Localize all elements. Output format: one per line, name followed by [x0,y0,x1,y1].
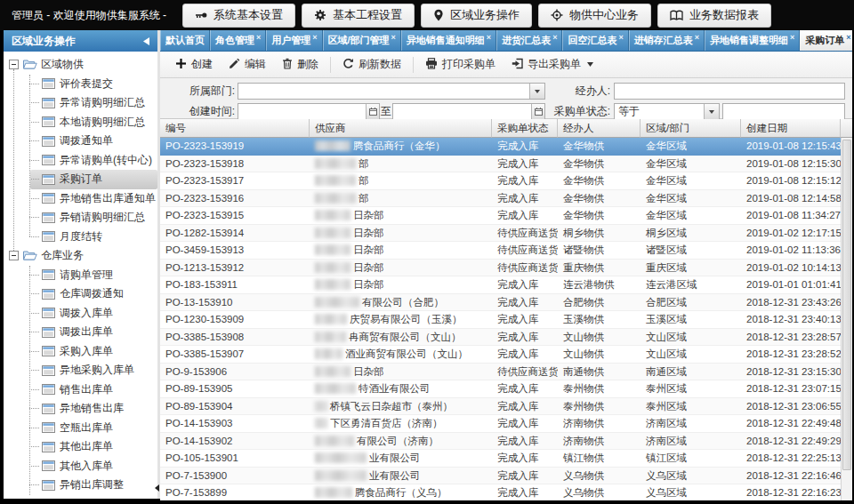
tree-item-其他入库单[interactable]: 其他入库单 [4,457,157,476]
table-row-PO-2323-153918[interactable]: PO-2323-153918部完成入库金华物供金华区域2019-01-08 12… [160,156,841,173]
table-row-PO-3385-153907[interactable]: PO-3385-153907酒业商贸有限公司（文山）完成入库文山物供文山区域20… [160,346,841,364]
toolbar-button-label: 删除 [297,57,318,72]
tree-item-异常请购单(转中心)[interactable]: 异常请购单(转中心) [4,151,157,171]
table-row-PO-2323-153916[interactable]: PO-2323-153916部完成入库金华物供金华区域2019-01-08 12… [160,190,841,208]
close-tab-icon[interactable]: × [552,33,557,42]
toolbar-button-创建[interactable]: 创建 [167,53,221,76]
close-tab-icon[interactable]: × [487,33,491,42]
handler-field[interactable] [614,83,845,100]
tab-采购订单[interactable]: 采购订单× [800,30,852,51]
column-header-采购单状态[interactable]: 采购单状态 [492,119,558,138]
column-header-编号[interactable]: 编号 [160,119,310,138]
chevron-left-icon[interactable] [143,37,149,45]
collapse-expander-icon[interactable] [9,251,19,260]
tab-区域/部门管理[interactable]: 区域/部门管理× [323,30,401,51]
menubar-button-基本工程设置[interactable]: 基本工程设置 [302,4,415,28]
collapse-expander-icon[interactable] [9,60,19,69]
created-from-input[interactable] [238,104,366,119]
table-row-PO-14-153903[interactable]: PO-14-153903下区勇清百货店（济南）完成入库济南物供济南区域2018-… [160,415,841,433]
vertical-scrollbar[interactable] [841,138,852,500]
scrollbar-thumb[interactable] [842,140,851,470]
tree-item-空瓶出库单[interactable]: 空瓶出库单 [4,419,157,438]
status-operator-select[interactable]: 等于 [614,103,720,120]
menubar-button-系统基本设置[interactable]: 系统基本设置 [182,4,295,28]
menubar-button-区域业务操作[interactable]: 区域业务操作 [421,4,532,28]
toolbar-button-导出采购单[interactable]: 导出采购单 [504,53,601,76]
tree-item-评价表提交[interactable]: 评价表提交 [4,75,157,94]
tab-默认首页[interactable]: 默认首页 [160,30,210,51]
tree-item-请购单管理[interactable]: 请购单管理 [4,266,157,285]
status-value-field[interactable] [722,103,845,120]
close-tab-icon[interactable]: × [695,33,699,42]
created-from-calendar-button[interactable] [366,104,379,119]
tree-item-异销请购明细汇总[interactable]: 异销请购明细汇总 [4,208,157,228]
tree-item-采购入库单[interactable]: 采购入库单 [4,342,157,362]
table-row-PO-2323-153917[interactable]: PO-2323-153917部完成入库金华物供金华区域2019-01-08 12… [160,172,841,190]
tab-异地销售调整明细[interactable]: 异地销售调整明细× [705,30,800,51]
department-select[interactable] [238,83,545,100]
tree-item-销售出库单[interactable]: 销售出库单 [4,380,157,400]
table-row-PO-13-153910[interactable]: PO-13-153910有限公司（合肥）完成入库合肥物供合肥区域2018-12-… [160,294,841,312]
tab-异地销售通知明细[interactable]: 异地销售通知明细× [401,30,496,51]
created-from-field[interactable] [238,103,380,120]
tree-item-调拨出库单[interactable]: 调拨出库单 [4,323,157,342]
table-row-PO-3385-153908[interactable]: PO-3385-153908冉商贸有限公司（文山）完成入库文山物供文山区域201… [160,329,841,347]
column-header-区域/部门[interactable]: 区域/部门 [640,119,741,138]
tree-item-其他出库单[interactable]: 其他出库单 [4,437,157,457]
table-row-PO-2323-153919[interactable]: PO-2323-153919腾食品商行（金华）完成入库金华物供金华区域2019-… [160,138,841,156]
table-row-PO-183-153911[interactable]: PO-183-153911日杂部完成入库连云港物供连云港区域2019-01-01… [160,276,841,294]
table-row-PO-3459-153913[interactable]: PO-3459-153913日杂部待供应商送货诸暨物供诸暨区域2019-01-0… [160,242,841,260]
table-row-PO-2323-153915[interactable]: PO-2323-153915日杂部完成入库金华物供金华区域2019-01-08 … [160,207,841,225]
tab-用户管理[interactable]: 用户管理× [266,30,322,51]
status-operator-dropdown-button[interactable] [704,104,719,119]
tree-item-partial[interactable] [4,495,157,496]
close-tab-icon[interactable]: × [846,33,850,42]
table-row-PO-105-153901[interactable]: PO-105-153901业有限公司完成入库镇江物供镇江区域2018-12-31… [160,450,841,468]
close-tab-icon[interactable]: × [391,33,396,42]
column-header-供应商[interactable]: 供应商 [310,119,492,138]
close-tab-icon[interactable]: × [312,33,317,42]
tree-item-调拨入库单[interactable]: 调拨入库单 [4,304,157,324]
table-row-PO-1282-153914[interactable]: PO-1282-153914日杂部待供应商送货桐乡物供桐乡区域2019-01-0… [160,225,841,243]
redacted-text-block [315,140,350,151]
tree-item-异地采购入库单[interactable]: 异地采购入库单 [4,361,157,380]
table-row-PO-89-153904[interactable]: PO-89-153904桥镇飞云日杂超市（泰州）完成入库泰州物供泰州区域2018… [160,398,841,416]
table-row-PO-89-153905[interactable]: PO-89-153905特酒业有限公司完成入库泰州物供泰州区域2018-12-3… [160,380,841,398]
tree-folder-仓库业务[interactable]: 仓库业务 [4,246,157,266]
menubar-button-业务数据报表[interactable]: 业务数据报表 [657,4,771,28]
table-row-PO-7-153900[interactable]: PO-7-153900业有限公司完成入库义乌物供义乌区域2018-12-31 2… [160,468,841,485]
table-row-PO-9-153906[interactable]: PO-9-153906日杂部待供应商送货南通物供南通区域2018-12-31 2… [160,364,841,381]
toolbar-button-删除[interactable]: 删除 [274,53,326,76]
toolbar-button-刷新数据[interactable]: 刷新数据 [334,53,409,76]
table-row-PO-1230-153909[interactable]: PO-1230-153909庆贸易有限公司（玉溪）完成入库玉溪物供玉溪区域201… [160,311,841,329]
menubar-button-物供中心业务[interactable]: 物供中心业务 [538,4,651,28]
tree-item-调拨通知单[interactable]: 调拨通知单 [4,132,157,151]
toolbar-button-编辑[interactable]: 编辑 [221,53,274,76]
close-tab-icon[interactable]: × [256,33,261,42]
column-header-经办人[interactable]: 经办人 [558,119,640,138]
tab-进销存汇总表[interactable]: 进销存汇总表× [629,30,705,51]
tree-item-采购订单[interactable]: 采购订单 [4,170,157,189]
tree-item-异销出库调整[interactable]: 异销出库调整 [4,476,157,495]
tree-item-异地销售出库通知单[interactable]: 异地销售出库通知单 [4,189,157,209]
table-row-PO-1213-153912[interactable]: PO-1213-153912日杂部待供应商送货重庆物供重庆区域2019-01-0… [160,260,841,277]
status-value-input[interactable] [723,104,844,119]
tree-folder-区域物供[interactable]: 区域物供 [4,55,157,75]
toolbar-button-打印采购单[interactable]: 打印采购单 [417,53,504,76]
column-header-创建日期[interactable]: 创建日期 [741,119,841,138]
created-to-input[interactable] [393,104,531,119]
tab-角色管理[interactable]: 角色管理× [210,30,266,51]
department-input[interactable] [238,84,529,99]
table-row-PO-7-153899[interactable]: PO-7-153899腾食品商行（义乌）完成入库义乌物供义乌区域2018-12-… [160,484,841,500]
tab-回空汇总表[interactable]: 回空汇总表× [562,30,628,51]
close-tab-icon[interactable]: × [790,33,794,42]
tree-item-本地请购明细汇总[interactable]: 本地请购明细汇总 [4,113,157,132]
tree-item-月度结转[interactable]: 月度结转 [4,228,157,247]
tree-item-仓库调拨通知[interactable]: 仓库调拨通知 [4,284,157,304]
tab-进货汇总表[interactable]: 进货汇总表× [496,30,562,51]
tree-item-异地销售出库[interactable]: 异地销售出库 [4,399,157,419]
tree-item-异常请购明细汇总[interactable]: 异常请购明细汇总 [4,93,157,113]
close-tab-icon[interactable]: × [618,33,623,42]
table-row-PO-14-153902[interactable]: PO-14-153902有限公司（济南）完成入库济南物供济南区域2018-12-… [160,433,841,451]
handler-input[interactable] [615,84,844,99]
